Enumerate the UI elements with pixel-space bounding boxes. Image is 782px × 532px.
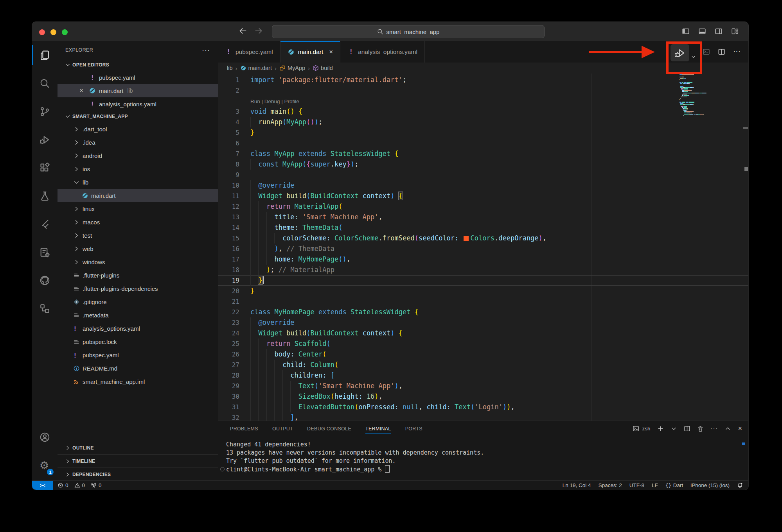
breadcrumb-item-MyApp[interactable]: MyApp [279,65,305,71]
panel-tab-ports[interactable]: PORTS [405,421,422,436]
tree-item-.gitignore[interactable]: .gitignore [58,295,218,308]
open-editor-item[interactable]: !analysis_options.yaml [58,97,218,111]
file-icon [73,365,80,372]
open-editor-item[interactable]: ×main.dartlib [58,84,218,97]
trash-icon[interactable] [697,425,704,432]
breadcrumb-separator-icon: › [275,65,277,72]
tree-item-pubspec.yaml[interactable]: !pubspec.yaml [58,348,218,362]
activity-bar-item-explorer[interactable] [32,41,58,69]
activity-bar-item-project-manager[interactable] [32,294,58,322]
tab-pubspec.yaml[interactable]: !pubspec.yaml [218,41,280,63]
activity-bar-item-flutter[interactable] [32,210,58,238]
breadcrumb-item-build[interactable]: build [313,65,333,71]
chevron-up-icon[interactable] [724,425,731,432]
indent-guide [266,349,267,360]
terminal-instance[interactable]: zsh [633,425,650,432]
remote-indicator[interactable]: >< [32,481,53,490]
activity-bar-item-extensions[interactable] [32,154,58,182]
activity-bar-item-source-control[interactable] [32,97,58,125]
close-window-button[interactable] [39,29,45,35]
close-icon[interactable]: × [78,87,85,95]
close-icon[interactable]: × [738,425,742,432]
panel-tab-terminal[interactable]: TERMINAL [365,421,391,436]
open-editors-header[interactable]: OPEN EDITORS [58,59,218,71]
terminal-output[interactable]: Changed 41 dependencies!13 packages have… [226,441,737,474]
tree-item-analysis_options.yaml[interactable]: !analysis_options.yaml [58,322,218,335]
tree-item-.idea[interactable]: .idea [58,136,218,149]
open-editor-label: main.dart [99,88,124,94]
indent-guide [258,265,259,275]
status-device-selector[interactable]: iPhone (15) (ios) [690,482,730,488]
sidebar-section-timeline[interactable]: TIMELINE [58,454,218,468]
close-icon[interactable]: × [329,48,333,56]
tab-main.dart[interactable]: main.dart× [280,41,341,63]
activity-bar-item-search[interactable] [32,69,58,97]
layout-sidebar-left-icon[interactable] [682,27,690,35]
tree-item-pubspec.lock[interactable]: pubspec.lock [58,335,218,348]
code-editor[interactable]: 1import 'package:flutter/material.dart';… [218,73,748,421]
status-errors[interactable]: 0 [58,482,68,488]
tree-item-smart_machine_app.iml[interactable]: smart_machine_app.iml [58,375,218,388]
layout-panel-icon[interactable] [698,27,706,35]
tree-item-android[interactable]: android [58,149,218,162]
status-eol[interactable]: LF [652,482,658,488]
layout-sidebar-right-icon[interactable] [715,27,723,35]
forward-icon[interactable] [254,27,263,35]
status-notifications[interactable] [737,482,743,488]
activity-bar-item-settings[interactable]: ⚙1 [32,451,58,479]
section-label: TIMELINE [72,459,95,464]
sidebar-section-dependencies[interactable]: DEPENDENCIES [58,468,218,481]
chevron-down-icon[interactable] [671,425,677,432]
breadcrumb-item-main.dart[interactable]: main.dart [240,65,272,71]
sidebar-section-outline[interactable]: OUTLINE [58,441,218,454]
panel-tab-problems[interactable]: PROBLEMS [230,421,258,436]
file-icon [73,285,80,292]
panel-tab-debug-console[interactable]: DEBUG CONSOLE [307,421,351,436]
command-center[interactable]: smart_machine_app [272,25,545,38]
tree-item-linux[interactable]: linux [58,202,218,215]
minimize-window-button[interactable] [50,29,56,35]
status-language-mode[interactable]: {}Dart [665,482,683,488]
tree-item-lib[interactable]: lib [58,176,218,189]
split-editor-icon[interactable] [684,425,690,432]
status-warnings[interactable]: 0 [74,482,85,488]
activity-bar-item-run-and-debug[interactable] [32,125,58,154]
workspace-header[interactable]: SMART_MACHINE_APP [58,111,218,122]
tree-item-.flutter-plugins[interactable]: .flutter-plugins [58,269,218,282]
status-indentation[interactable]: Spaces: 2 [599,482,622,488]
run-and-debug-button[interactable] [671,44,689,61]
open-editor-item[interactable]: !pubspec.yaml [58,71,218,84]
search-icon [377,29,383,35]
status-ports-forwarded[interactable]: 0 [91,482,102,488]
activity-bar-item-github[interactable] [32,266,58,294]
tree-item-.dart_tool[interactable]: .dart_tool [58,122,218,136]
zoom-window-button[interactable] [62,29,68,35]
activity-bar-item-testing[interactable] [32,182,58,210]
status-cursor-position[interactable]: Ln 19, Col 4 [563,482,591,488]
tree-item-.metadata[interactable]: .metadata [58,308,218,322]
tree-item-windows[interactable]: windows [58,255,218,269]
codelens-links[interactable]: Run | Debug | Profile [250,99,299,104]
tree-item-test[interactable]: test [58,229,218,242]
indent-guide [250,402,251,412]
plus-icon[interactable] [657,425,664,432]
tree-item-web[interactable]: web [58,242,218,255]
breadcrumb-item-lib[interactable]: lib [227,65,233,71]
tree-item-label: macos [83,219,100,226]
panel-tab-output[interactable]: OUTPUT [272,421,293,436]
tab-analysis_options.yaml[interactable]: !analysis_options.yaml [340,41,425,63]
activity-bar-item-code-runner[interactable] [32,238,58,266]
back-icon[interactable] [239,27,247,35]
tree-item-macos[interactable]: macos [58,215,218,229]
file-icon [73,272,80,279]
tree-item-README.md[interactable]: README.md [58,362,218,375]
status-encoding[interactable]: UTF-8 [629,482,644,488]
tree-item-ios[interactable]: ios [58,162,218,176]
tree-item-label: web [83,245,93,252]
explorer-more-actions-icon[interactable]: ··· [202,46,210,54]
tree-item-.flutter-plugins-dependencies[interactable]: .flutter-plugins-dependencies [58,282,218,295]
layout-customize-icon[interactable] [731,27,739,35]
more-icon[interactable]: ··· [710,425,718,432]
tree-item-main.dart[interactable]: main.dart [58,189,218,202]
activity-bar-item-accounts[interactable] [32,423,58,451]
